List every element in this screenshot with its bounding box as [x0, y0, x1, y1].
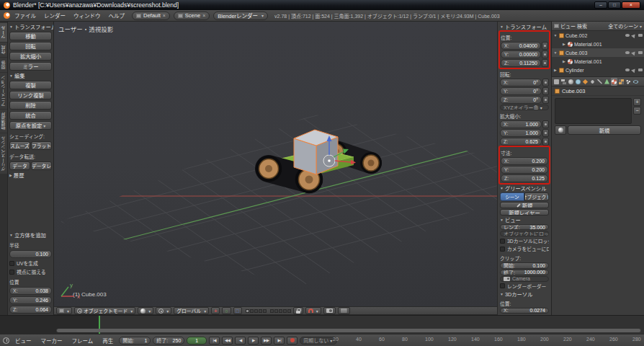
visibility-icon[interactable] [625, 51, 630, 54]
location-x-field[interactable]: X:0.04000 [501, 42, 541, 50]
rotation-z-field[interactable]: Z:0° [500, 96, 542, 104]
location-z-field[interactable]: Z:0.11250 [501, 59, 541, 67]
camera-selector[interactable]: Camera [500, 276, 549, 282]
outliner-item-material001-b[interactable]: ▶Material.001 [552, 57, 644, 66]
op-location-z-field[interactable]: Z:0.064 [9, 306, 52, 314]
clip-start-field[interactable]: 開始:0.100 [500, 262, 549, 268]
menu-help[interactable]: ヘルプ [105, 12, 129, 19]
timeline-menu-playback[interactable]: 再生 [99, 337, 117, 345]
panel-header-edit[interactable]: 編集 [9, 72, 52, 79]
op-location-x-field[interactable]: X:0.038 [9, 287, 52, 295]
selectability-icon[interactable] [631, 50, 637, 56]
viewport-canvas[interactable] [54, 22, 497, 306]
tab-tools[interactable]: ツール [0, 23, 7, 42]
lock-scale-z-icon[interactable] [542, 138, 549, 146]
render-border-checkbox[interactable]: レンダーボーダー [500, 283, 549, 290]
outliner-item-cylinder[interactable]: ▶Cylinder [552, 66, 644, 74]
play-button[interactable]: ▶ [248, 337, 259, 345]
disclosure-icon[interactable]: ▼ [553, 50, 558, 55]
layers-widget-group-2[interactable] [270, 309, 291, 313]
renderability-icon[interactable] [638, 51, 643, 54]
shade-smooth-button[interactable]: スムーズ [9, 141, 30, 150]
3d-viewport[interactable]: ユーザー・透視投影 (1) Cube.003 x y [54, 22, 497, 306]
shade-flat-button[interactable]: フラット [31, 141, 52, 150]
delete-button[interactable]: 削除 [9, 101, 52, 110]
tab-render[interactable] [553, 78, 560, 86]
checkbox-box[interactable] [500, 283, 505, 288]
lock-scale-y-icon[interactable] [542, 129, 549, 137]
generate-uv-checkbox[interactable]: UVを生成 [9, 260, 52, 267]
renderability-icon[interactable] [638, 68, 643, 71]
translate-button[interactable]: 移動 [9, 32, 52, 40]
lock-to-object-field[interactable]: オブジェクトにロック [500, 231, 549, 236]
close-button[interactable]: × [622, 1, 640, 9]
pivot-point-dropdown[interactable] [156, 307, 171, 314]
selectability-icon[interactable] [631, 67, 637, 73]
prev-keyframe-button[interactable]: ◀◀ [222, 337, 233, 345]
duplicate-linked-button[interactable]: リンク複製 [9, 91, 52, 99]
layer-4[interactable] [259, 309, 262, 313]
manipulator-translate-toggle[interactable]: + [211, 307, 220, 314]
material-slot-list[interactable] [555, 98, 632, 124]
tab-animation[interactable]: アニメーション [0, 73, 7, 109]
render-engine-selector[interactable]: Blenderレンダー [213, 12, 268, 20]
maximize-button[interactable]: □ [608, 1, 621, 9]
unlink-layout-icon[interactable] [163, 13, 166, 18]
tab-physics[interactable]: 物理演算 [0, 110, 7, 133]
layer-8[interactable] [279, 309, 282, 313]
timeline-menu-view[interactable]: ビュー [12, 337, 35, 345]
scale-x-field[interactable]: X:1.000 [500, 120, 542, 128]
layer-10[interactable] [287, 309, 291, 313]
visibility-icon[interactable] [625, 68, 630, 71]
av-sync-dropdown[interactable]: 同期しない [300, 337, 337, 345]
outliner-menu-view[interactable]: ビュー [560, 22, 576, 30]
snap-toggle[interactable] [305, 307, 321, 314]
panel-header-transform[interactable]: トランスフォーム [500, 23, 549, 30]
scrollbar-thumb[interactable] [57, 329, 640, 332]
disclosure-icon[interactable]: ▼ [553, 33, 558, 37]
panel-header-3d-cursor[interactable]: 3Dカーソル [500, 290, 549, 298]
timeline-scrollbar[interactable] [56, 329, 641, 332]
panel-header-grease-pencil[interactable]: グリースペンシル [500, 185, 549, 192]
menu-render[interactable]: レンダー [40, 12, 69, 19]
layer-2[interactable] [250, 309, 254, 313]
remove-slot-button[interactable]: − [633, 107, 641, 115]
rotate-button[interactable]: 回転 [9, 42, 52, 50]
add-slot-button[interactable]: + [633, 98, 641, 106]
transfer-data-button[interactable]: データ [9, 161, 30, 170]
jump-to-end-button[interactable]: ▶| [274, 337, 285, 345]
lock-location-x-icon[interactable] [542, 42, 548, 50]
radius-field[interactable]: 0.100 [9, 250, 52, 258]
timeline-canvas[interactable] [0, 315, 644, 334]
tab-material[interactable] [611, 78, 617, 86]
outliner-menu-search[interactable]: 検索 [577, 22, 587, 30]
lock-to-scene-toggle[interactable] [293, 307, 303, 314]
selectability-icon[interactable] [631, 32, 637, 38]
scale-y-field[interactable]: Y:1.000 [500, 129, 542, 137]
frame-start-field[interactable]: 開始:1 [119, 337, 151, 345]
panel-header-history[interactable]: 履歴 [9, 172, 52, 179]
tab-object[interactable] [582, 78, 589, 86]
lock-rotation-y-icon[interactable] [542, 87, 549, 95]
opengl-render-anim-button[interactable] [338, 307, 350, 314]
rotation-x-field[interactable]: X:0° [500, 79, 542, 86]
checkbox-box[interactable] [500, 239, 505, 244]
lock-rotation-z-icon[interactable] [542, 96, 549, 104]
editor-type-button[interactable] [56, 307, 72, 314]
duplicate-button[interactable]: 複製 [9, 81, 52, 89]
lock-location-y-icon[interactable] [542, 50, 548, 58]
clip-end-field[interactable]: 終了:1000.000 [500, 270, 549, 275]
mirror-button[interactable]: ミラー [9, 62, 52, 71]
outliner-item-material001-a[interactable]: ▶Material.001 [552, 40, 644, 48]
timeline-editor-icon[interactable] [3, 337, 9, 344]
menu-window[interactable]: ウィンドウ [70, 12, 104, 19]
gp-scene-button[interactable]: シーン [500, 192, 524, 201]
mode-dropdown[interactable]: オブジェクトモード [74, 307, 135, 314]
join-button[interactable]: 統合 [9, 111, 52, 120]
scale-z-field[interactable]: Z:0.625 [500, 138, 542, 146]
frame-end-field[interactable]: 終了:250 [153, 337, 184, 345]
tab-object-data[interactable] [604, 78, 610, 86]
rotation-mode-dropdown[interactable]: XYZオイラー角 [500, 105, 549, 110]
layer-9[interactable] [283, 309, 287, 313]
layer-1[interactable] [246, 309, 249, 313]
